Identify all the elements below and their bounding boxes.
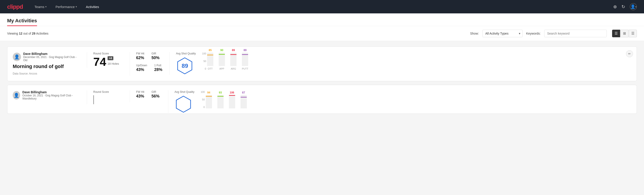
keywords-label: Keywords: — [526, 32, 541, 35]
chart-col-arg-2: 106 — [229, 91, 235, 108]
card-2-left: 👤 Dave Billingham October 16, 2021 · Gog… — [13, 90, 80, 102]
edit-button-1[interactable]: ✏ — [626, 50, 633, 57]
gir-stat-2: GIR 56% — [152, 90, 160, 98]
score-dash-2 — [93, 95, 94, 104]
chart-columns-1: 85 OTT 90 — [207, 52, 631, 70]
data-source-1: Data Source: Arccos — [13, 72, 80, 75]
gir-label: GIR — [152, 52, 160, 55]
bar-value-app-2: 93 — [219, 91, 222, 94]
add-button[interactable]: ⊕ — [613, 4, 617, 9]
one-putt-value: 28% — [154, 68, 162, 72]
filter-bar: Viewing 12 out of 29 Activities Show: Al… — [0, 26, 644, 41]
score-badge-1: +4 — [108, 56, 113, 60]
score-section-2: Round Score — [87, 90, 122, 104]
refresh-button[interactable]: ↻ — [622, 4, 625, 9]
user-name-2: Dave Billingham — [22, 90, 80, 94]
gir-value: 50% — [152, 56, 160, 60]
score-number-1: 74 — [93, 56, 106, 68]
col-label-app: APP — [219, 68, 224, 70]
user-date-2: October 16, 2021 · Gog Magog Golf Club -… — [22, 94, 80, 100]
activity-title-1: Morning round of golf — [13, 64, 80, 70]
viewing-total: 29 — [32, 32, 36, 35]
stats-section-2: FW Hit 43% GIR 56% — [130, 90, 161, 102]
bar-track-ott — [207, 53, 213, 66]
viewing-count: 12 — [19, 32, 22, 35]
view-grid-button[interactable]: ⊞ — [620, 30, 628, 37]
bar-value-app: 90 — [220, 49, 223, 52]
hexagon-svg-2 — [174, 95, 192, 113]
bar-line-putt — [242, 54, 248, 55]
bar-line-app — [219, 54, 225, 55]
quality-label-1: Avg Shot Quality — [176, 52, 196, 55]
gir-value-2: 56% — [152, 94, 160, 98]
chevron-down-icon: ▾ — [76, 5, 77, 8]
quality-section-2: Avg Shot Quality 100 50 0 — [168, 90, 631, 113]
card-1-left: 👤 Dave Billingham December 05, 2021 · Go… — [13, 52, 80, 75]
navbar: clippd Teams ▾ Performance ▾ Activities … — [0, 0, 644, 14]
gir-stat: GIR 50% — [152, 52, 160, 60]
hexagon-1: 89 — [176, 57, 194, 75]
y-labels-1: 100 50 0 — [202, 52, 206, 74]
bar-line-ott — [207, 55, 213, 55]
show-label: Show: — [470, 32, 479, 35]
fw-hit-stat: FW Hit 62% — [136, 52, 144, 60]
chart-col-ott-2: 94 — [206, 91, 212, 108]
activities-content: 👤 Dave Billingham December 05, 2021 · Go… — [0, 41, 644, 123]
bar-chart-1: 100 50 0 85 — [202, 52, 631, 74]
stat-row-top-1: FW Hit 62% GIR 50% — [136, 52, 162, 60]
score-big-1: 74 +4 18 Holes — [93, 56, 122, 68]
bar-value-arg: 89 — [232, 49, 235, 52]
user-icon: 👤 — [630, 4, 635, 9]
nav-activities[interactable]: Activities — [85, 5, 100, 9]
quality-label-2: Avg Shot Quality — [174, 90, 194, 94]
bar-value-ott-2: 94 — [207, 91, 210, 94]
chart-col-app: 90 APP — [219, 49, 225, 70]
activity-type-select[interactable]: All Activity Types — [482, 30, 522, 37]
bar-track-app — [219, 53, 225, 66]
view-list-detail-button[interactable]: ☰ — [629, 30, 637, 37]
col-label-ott: OTT — [208, 68, 213, 70]
activity-type-dropdown[interactable]: All Activity Types — [482, 30, 522, 37]
bar-value-arg-2: 106 — [230, 91, 234, 94]
chevron-down-icon: ▾ — [45, 5, 47, 8]
bar-value-putt-2: 87 — [242, 91, 245, 94]
view-list-compact-button[interactable]: ☰ — [612, 30, 620, 37]
search-input[interactable] — [544, 30, 607, 37]
updown-label: Up/Down — [136, 64, 147, 67]
bar-fill-putt — [242, 54, 248, 66]
col-label-putt: PUTT — [242, 68, 248, 70]
hexagon-score-1: 89 — [182, 62, 188, 70]
gir-label-2: GIR — [152, 90, 160, 94]
nav-teams[interactable]: Teams ▾ — [34, 5, 48, 9]
chart-col-putt: 89 PUTT — [242, 49, 248, 70]
bar-line-arg — [230, 54, 236, 55]
page-header: My Activities — [0, 14, 644, 26]
stat-row-top-2: FW Hit 43% GIR 56% — [136, 90, 161, 98]
bar-fill-arg — [230, 54, 236, 66]
fw-hit-stat-2: FW Hit 43% — [136, 90, 144, 98]
nav-performance[interactable]: Performance ▾ — [55, 5, 78, 9]
chart-col-putt-2: 87 — [240, 91, 247, 108]
viewing-text: Viewing 12 out of 29 Activities — [7, 32, 465, 35]
avatar-icon-1: 👤 — [14, 54, 20, 60]
y-labels-2: 100 50 0 — [200, 90, 205, 113]
bar-fill-app — [219, 54, 225, 66]
updown-value: 43% — [136, 68, 147, 72]
bar-chart-2: 100 50 0 94 — [200, 90, 631, 113]
bar-track-arg — [230, 53, 236, 66]
user-name-1: Dave Billingham — [23, 52, 80, 56]
avatar-icon-2: 👤 — [14, 92, 19, 98]
svg-marker-1 — [176, 96, 190, 112]
bar-fill-ott — [207, 55, 213, 66]
chart-col-ott: 85 OTT — [207, 49, 213, 70]
user-avatar-menu[interactable]: 👤 ▾ — [630, 3, 637, 10]
one-putt-label: 1 Putt — [154, 64, 162, 67]
quality-section-1: Avg Shot Quality 89 100 50 0 — [169, 52, 631, 75]
nav-icons: ⊕ ↻ 👤 ▾ — [613, 3, 637, 10]
score-holes-1: 18 Holes — [108, 62, 119, 65]
view-toggle: ☰ ⊞ ☰ — [612, 30, 637, 37]
chart-col-app-2: 93 — [217, 91, 224, 108]
round-score-label-2: Round Score — [93, 90, 122, 94]
hexagon-2 — [174, 95, 192, 113]
fw-hit-label-2: FW Hit — [136, 90, 144, 94]
